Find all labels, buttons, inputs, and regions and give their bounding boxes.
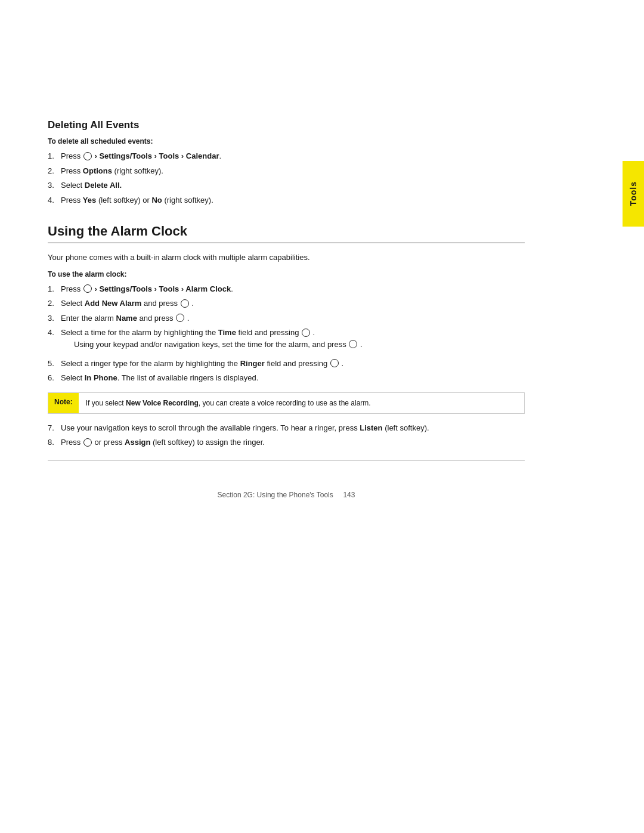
step-bold: Yes (83, 196, 96, 205)
page-container: Tools Deleting All Events To delete all … (0, 0, 644, 833)
deleting-step-2: 2. Press Options (right softkey). (48, 165, 525, 177)
deleting-section-heading: Deleting All Events (48, 119, 525, 131)
step-bold: Time (218, 328, 236, 337)
alarm-sub-heading: To use the alarm clock: (48, 270, 525, 278)
step-number: 4. (48, 327, 61, 354)
step-content: Select a ringer type for the alarm by hi… (61, 358, 525, 370)
alarm-step-3: 3. Enter the alarm Name and press . (48, 312, 525, 324)
step-number: 6. (48, 372, 61, 384)
step-number: 3. (48, 312, 61, 324)
main-content: Deleting All Events To delete all schedu… (0, 0, 572, 535)
note-box: Note: If you select New Voice Recording,… (48, 392, 525, 414)
alarm-step-5: 5. Select a ringer type for the alarm by… (48, 358, 525, 370)
footer-divider (48, 460, 525, 461)
deleting-steps-list: 1. Press › Settings/Tools › Tools › Cale… (48, 150, 525, 206)
alarm-steps-list-cont: 7. Use your navigation keys to scroll th… (48, 422, 525, 448)
step-number: 4. (48, 194, 61, 206)
tools-side-tab: Tools (623, 161, 644, 227)
step-content: Select Add New Alarm and press . (61, 298, 525, 309)
step-number: 7. (48, 422, 61, 434)
step-content: Select Delete All. (61, 179, 525, 191)
alarm-step-8: 8. Press or press Assign (left softkey) … (48, 436, 525, 448)
step-bold: › Settings/Tools › Tools › Calendar (94, 151, 219, 160)
step-number: 3. (48, 179, 61, 191)
step-bold: Assign (125, 438, 150, 447)
circle-icon (83, 438, 92, 447)
step-content: Press › Settings/Tools › Tools › Calenda… (61, 150, 525, 162)
step-content: Select a time for the alarm by highlight… (61, 327, 525, 354)
footer-page: 143 (343, 491, 355, 499)
step-number: 8. (48, 436, 61, 448)
circle-icon (302, 329, 310, 337)
circle-icon (181, 299, 189, 308)
alarm-section-heading: Using the Alarm Clock (48, 224, 525, 243)
step-bold: Add New Alarm (85, 299, 142, 308)
step-bold: Name (116, 314, 137, 323)
alarm-step-7: 7. Use your navigation keys to scroll th… (48, 422, 525, 434)
note-label: Note: (48, 393, 79, 413)
step-bold: Delete All. (85, 181, 122, 190)
circle-icon (83, 152, 92, 160)
step-bold: Options (83, 166, 112, 175)
footer: Section 2G: Using the Phone's Tools 143 (48, 485, 525, 499)
circle-icon (83, 284, 92, 293)
circle-icon (349, 340, 357, 348)
side-tab-label: Tools (628, 181, 638, 206)
note-content: If you select New Voice Recording, you c… (79, 393, 378, 413)
step-content: Press Options (right softkey). (61, 165, 525, 177)
deleting-step-1: 1. Press › Settings/Tools › Tools › Cale… (48, 150, 525, 162)
circle-icon (176, 314, 184, 322)
step-number: 1. (48, 283, 61, 295)
step-content: Enter the alarm Name and press . (61, 312, 525, 324)
step-content: Press › Settings/Tools › Tools › Alarm C… (61, 283, 525, 295)
deleting-sub-heading: To delete all scheduled events: (48, 137, 525, 145)
step-bold: › Settings/Tools › Tools › Alarm Clock (94, 284, 231, 293)
step-bold-2: No (151, 196, 162, 205)
note-bold: New Voice Recording (126, 399, 199, 407)
alarm-step-1: 1. Press › Settings/Tools › Tools › Alar… (48, 283, 525, 295)
step-bold: Ringer (240, 359, 265, 368)
alarm-step-2: 2. Select Add New Alarm and press . (48, 298, 525, 309)
alarm-steps-list: 1. Press › Settings/Tools › Tools › Alar… (48, 283, 525, 384)
step-number: 2. (48, 298, 61, 309)
step-number: 1. (48, 150, 61, 162)
step-content: Press Yes (left softkey) or No (right so… (61, 194, 525, 206)
deleting-step-3: 3. Select Delete All. (48, 179, 525, 191)
step-number: 5. (48, 358, 61, 370)
deleting-step-4: 4. Press Yes (left softkey) or No (right… (48, 194, 525, 206)
step-bold: In Phone (85, 373, 117, 382)
footer-text: Section 2G: Using the Phone's Tools (218, 491, 333, 499)
alarm-step-6: 6. Select In Phone. The list of availabl… (48, 372, 525, 384)
step-content: Use your navigation keys to scroll throu… (61, 422, 525, 434)
sub-list-item-4: Using your keypad and/or navigation keys… (61, 339, 525, 351)
alarm-intro: Your phone comes with a built-in alarm c… (48, 252, 525, 264)
circle-icon (330, 359, 339, 367)
step-content: Press or press Assign (left softkey) to … (61, 436, 525, 448)
step-content: Select In Phone. The list of available r… (61, 372, 525, 384)
step-number: 2. (48, 165, 61, 177)
step-bold: Listen (360, 423, 382, 432)
alarm-step-4: 4. Select a time for the alarm by highli… (48, 327, 525, 354)
